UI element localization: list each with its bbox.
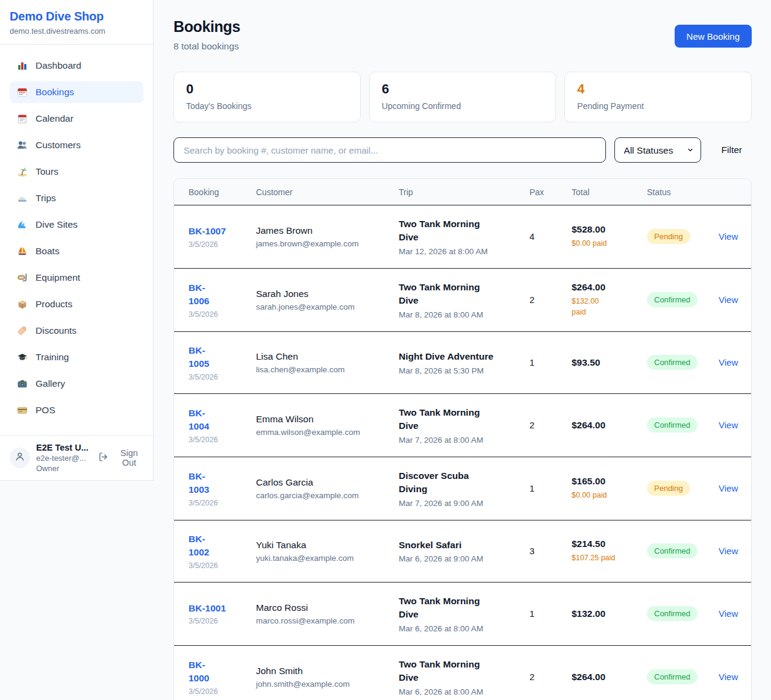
stat-label: Pending Payment [577, 101, 739, 111]
trip-name: Two Tank Morning Dive [399, 658, 515, 685]
trip-datetime: Mar 7, 2026 at 8:00 AM [399, 436, 515, 445]
graduation-cap-icon [17, 352, 28, 363]
sidebar-item-label: Dive Sites [36, 219, 78, 230]
sidebar-item-label: POS [36, 405, 55, 416]
sidebar-item-label: Boats [36, 246, 60, 257]
sidebar-item-dashboard[interactable]: Dashboard [10, 55, 143, 77]
sidebar-item-label: Dashboard [36, 60, 81, 71]
bookings-table: BookingCustomerTripPaxTotalStatus BK-100… [174, 179, 752, 700]
sidebar-item-label: Products [36, 299, 72, 310]
trip-name: Night Dive Adventure [399, 350, 515, 363]
customer-email: lisa.chen@example.com [256, 365, 384, 374]
sidebar-item-dive-sites[interactable]: Dive Sites [10, 214, 143, 236]
table-row: BK- 1005 3/5/2026 Lisa Chen lisa.chen@ex… [174, 331, 752, 393]
stat-label: Upcoming Confirmed [382, 101, 544, 111]
pax-count: 4 [529, 231, 534, 242]
customer-email: james.brown@example.com [256, 239, 384, 248]
view-link[interactable]: View [719, 295, 738, 305]
column-header: Customer [256, 179, 399, 205]
view-link[interactable]: View [719, 420, 738, 430]
booking-id-link[interactable]: BK- 1005 [189, 344, 209, 371]
booking-id-link[interactable]: BK-1001 [189, 602, 226, 615]
pax-count: 1 [529, 608, 534, 619]
booking-id-link[interactable]: BK- 1006 [189, 281, 209, 308]
sidebar-item-gallery[interactable]: Gallery [10, 373, 143, 395]
sidebar-item-customers[interactable]: Customers [10, 134, 143, 156]
status-filter-select[interactable]: All Statuses [614, 137, 701, 163]
search-input[interactable] [173, 137, 606, 163]
package-icon [17, 299, 28, 310]
sidebar-item-boats[interactable]: Boats [10, 240, 143, 262]
sidebar-item-products[interactable]: Products [10, 293, 143, 315]
user-info: E2E Test U... e2e-tester@... Owner [36, 443, 91, 473]
wave-icon [17, 219, 28, 230]
dive-mask-icon [17, 272, 28, 283]
status-badge: Confirmed [647, 669, 698, 684]
user-email: e2e-tester@... [36, 454, 91, 463]
view-link[interactable]: View [719, 608, 738, 619]
customer-email: yuki.tanaka@example.com [256, 554, 384, 563]
booking-id-link[interactable]: BK-1007 [189, 225, 226, 238]
pax-count: 2 [529, 295, 534, 305]
sidebar-nav: Dashboard Bookings Calendar Customers To… [0, 45, 153, 435]
sidebar-item-trips[interactable]: Trips [10, 187, 143, 209]
sidebar-item-label: Training [36, 352, 69, 363]
sign-out-button[interactable]: Sign Out [98, 448, 146, 467]
dashboard-icon [17, 60, 28, 71]
total-amount: $264.00 [572, 420, 632, 431]
sidebar-item-label: Trips [36, 193, 56, 204]
booking-date: 3/5/2026 [189, 617, 242, 625]
sidebar-item-discounts[interactable]: Discounts [10, 320, 143, 342]
view-link[interactable]: View [719, 483, 738, 493]
customer-email: carlos.garcia@example.com [256, 491, 384, 500]
stats-row: 0 Today's Bookings 6 Upcoming Confirmed … [173, 72, 752, 122]
sidebar-item-tours[interactable]: Tours [10, 161, 143, 183]
view-link[interactable]: View [719, 231, 738, 242]
sidebar-item-training[interactable]: Training [10, 346, 143, 368]
booking-date: 3/5/2026 [189, 499, 242, 507]
customer-email: emma.wilson@example.com [256, 428, 384, 437]
customer-name: Lisa Chen [256, 351, 384, 362]
filter-button[interactable]: Filter [712, 145, 752, 155]
sidebar-item-pos[interactable]: POS [10, 399, 143, 421]
sidebar-item-label: Customers [36, 140, 81, 151]
view-link[interactable]: View [719, 357, 738, 367]
booking-id-link[interactable]: BK- 1002 [189, 533, 209, 560]
sidebar-item-calendar[interactable]: Calendar [10, 108, 143, 130]
booking-id-link[interactable]: BK- 1004 [189, 407, 209, 434]
shop-domain: demo.test.divestreams.com [10, 27, 143, 36]
table-row: BK- 1004 3/5/2026 Emma Wilson emma.wilso… [174, 393, 752, 457]
paid-amount: $0.00 paid [572, 490, 632, 501]
view-link[interactable]: View [719, 546, 738, 556]
customer-email: marco.rossi@example.com [256, 616, 384, 625]
new-booking-button[interactable]: New Booking [675, 25, 752, 48]
sidebar-item-label: Bookings [36, 87, 74, 98]
booking-id-link[interactable]: BK- 1003 [189, 470, 209, 497]
camera-icon [17, 378, 28, 389]
customer-name: John Smith [256, 666, 384, 677]
shop-name: Demo Dive Shop [10, 10, 143, 23]
booking-date: 3/5/2026 [189, 240, 242, 249]
sidebar-item-label: Equipment [36, 272, 80, 283]
trip-name: Discover Scuba Diving [399, 469, 515, 496]
sidebar-item-equipment[interactable]: Equipment [10, 267, 143, 289]
table-row: BK-1007 3/5/2026 James Brown james.brown… [174, 205, 752, 269]
status-badge: Confirmed [647, 355, 698, 370]
sidebar-header: Demo Dive Shop demo.test.divestreams.com [0, 0, 153, 45]
stat-label: Today's Bookings [186, 101, 348, 111]
stat-value: 0 [186, 81, 348, 97]
page-title-block: Bookings 8 total bookings [173, 18, 240, 52]
sidebar-item-bookings[interactable]: Bookings [10, 81, 143, 103]
page-header: Bookings 8 total bookings New Booking [173, 18, 752, 52]
sidebar-item-label: Calendar [36, 113, 73, 124]
page-title: Bookings [173, 18, 240, 36]
stat-card: 0 Today's Bookings [173, 72, 361, 122]
total-amount: $165.00 [572, 476, 632, 487]
status-select-wrap: All Statuses [614, 137, 701, 163]
customer-email: john.smith@example.com [256, 680, 384, 689]
view-link[interactable]: View [719, 672, 738, 682]
customer-name: Carlos Garcia [256, 477, 384, 488]
main-content: Bookings 8 total bookings New Booking 0 … [154, 0, 771, 700]
booking-id-link[interactable]: BK- 1000 [189, 658, 209, 686]
user-name: E2E Test U... [36, 443, 91, 452]
